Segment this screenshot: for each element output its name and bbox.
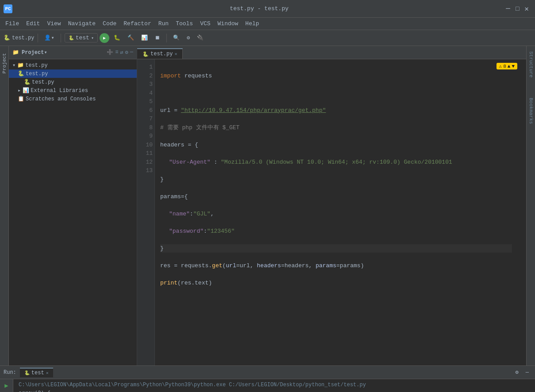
toolbar-account-btn[interactable]: 👤▾	[42, 33, 57, 42]
tree-ext-expand-icon: ▸	[18, 87, 21, 94]
tree-testpy-icon: 🐍	[18, 70, 24, 77]
menu-refactor[interactable]: Refactor	[120, 19, 154, 28]
tree-scratches-label: Scratches and Consoles	[26, 96, 96, 102]
run-tab-test[interactable]: 🐍 test ✕	[20, 368, 53, 377]
project-sync-icon[interactable]: ⇄	[120, 49, 123, 56]
menu-navigate[interactable]: Navigate	[65, 19, 99, 28]
menu-tools[interactable]: Tools	[172, 19, 196, 28]
editor-tabs: 🐍 test.py ✕	[137, 46, 526, 59]
code-line-13: print(res.text)	[160, 279, 512, 288]
editor-panel: 🐍 test.py ✕ ⚠ 8 ▲ ▼ 1 2 3 4 5 6 7	[137, 46, 526, 365]
tree-item-scratches[interactable]: 📋 Scratches and Consoles	[9, 95, 137, 103]
tree-testpy-nested-label: test.py	[32, 79, 54, 85]
project-folder-icon: 📁	[12, 49, 19, 56]
run-content: ▶ ↑ ↓ ≡↕ ≣ 🖨 🗑 C:\Users\LEGION\AppData\L…	[0, 379, 535, 392]
bookmarks-tab-vertical[interactable]: Bookmarks	[527, 96, 535, 126]
stop-button[interactable]: ⏹	[152, 33, 163, 42]
run-config[interactable]: 🐍 test ▾	[65, 33, 98, 42]
menu-run[interactable]: Run	[155, 19, 172, 28]
run-output[interactable]: C:\Users\LEGION\AppData\Local\Programs\P…	[13, 379, 535, 392]
menu-edit[interactable]: Edit	[23, 19, 43, 28]
menu-file[interactable]: File	[2, 19, 23, 28]
settings-button[interactable]: ⚙	[184, 33, 192, 42]
tree-root-label: test.py	[25, 62, 47, 69]
project-add-icon[interactable]: ➕	[107, 49, 113, 56]
search-button[interactable]: 🔍	[170, 33, 182, 42]
toolbar-sep-1	[38, 34, 38, 42]
tree-item-testpy[interactable]: 🐍 test.py	[9, 69, 137, 78]
line-num-5: 5	[139, 97, 153, 106]
toolbar: 🐍 test.py 👤▾ 🐍 test ▾ ▶ 🐛 🔨 📊 ⏹ 🔍 ⚙ 🔌	[0, 30, 535, 46]
project-tab-vertical[interactable]: Project	[1, 50, 8, 77]
plugins-button[interactable]: 🔌	[194, 33, 206, 42]
run-play-icon[interactable]: ▶	[4, 381, 9, 390]
structure-tab-vertical[interactable]: Structure	[527, 50, 535, 79]
line-num-6: 6	[139, 106, 153, 115]
code-line-12: res = requests.get(url=url, headers=head…	[160, 261, 512, 270]
line-num-13: 13	[139, 166, 153, 175]
app-icon-label: PC	[5, 6, 11, 12]
run-config-chevron: ▾	[91, 35, 94, 41]
tree-item-testpy-nested[interactable]: 🐍 test.py	[9, 78, 137, 86]
run-button[interactable]: ▶	[100, 33, 109, 43]
line-num-9: 9	[139, 132, 153, 141]
run-tab-icon: 🐍	[24, 370, 30, 376]
coverage-button[interactable]: 📊	[139, 33, 150, 42]
warning-count: 8	[503, 64, 506, 69]
line-num-7: 7	[139, 115, 153, 123]
debug-button[interactable]: 🐛	[111, 33, 123, 42]
project-close-icon[interactable]: ─	[130, 49, 133, 56]
code-line-6: "User-Agent" : "Mozilla/5.0 (Windows NT …	[160, 158, 512, 167]
project-list-icon[interactable]: ≡	[115, 49, 118, 56]
window-minimize[interactable]: ─	[506, 5, 510, 13]
line-num-4: 4	[139, 89, 153, 98]
tree-expand-icon: ▾	[12, 62, 15, 69]
title-bar: PC test.py - test.py ─ □ ✕	[0, 0, 535, 18]
toolbar-filename: test.py	[12, 35, 34, 41]
run-panel-settings-icon[interactable]: ⚙	[513, 368, 521, 377]
window-maximize[interactable]: □	[516, 5, 519, 12]
code-line-10: "password":"123456"	[160, 227, 512, 236]
warning-down-arrow[interactable]: ▼	[512, 64, 515, 69]
menu-vcs[interactable]: VCS	[196, 19, 214, 28]
line-num-8: 8	[139, 123, 153, 132]
run-sidebar: ▶ ↑ ↓ ≡↕ ≣ 🖨 🗑	[0, 379, 13, 392]
run-panel-close-icon[interactable]: ─	[523, 368, 531, 377]
line-num-11: 11	[139, 149, 153, 158]
tree-item-ext-libs[interactable]: ▸ 📊 External Libraries	[9, 86, 137, 95]
build-button[interactable]: 🔨	[125, 33, 137, 42]
run-config-icon: 🐍	[69, 35, 74, 41]
app-icon: PC	[4, 4, 12, 13]
warning-up-arrow[interactable]: ▲	[508, 64, 511, 69]
code-line-9: "name":"GJL",	[160, 210, 512, 219]
toolbar-sep-2	[61, 34, 61, 42]
run-config-label: test	[76, 35, 89, 41]
menu-view[interactable]: View	[43, 19, 64, 28]
code-line-4: # 需要 php 文件中有 $_GET	[160, 123, 512, 132]
menu-window[interactable]: Window	[214, 19, 242, 28]
editor-tab-testpy[interactable]: 🐍 test.py ✕	[137, 48, 183, 59]
project-header-icons: ➕ ≡ ⇄ ⚙ ─	[107, 49, 133, 56]
tab-close-icon[interactable]: ✕	[174, 51, 177, 57]
project-tree: ▾ 📁 test.py 🐍 test.py 🐍 test.py ▸ 📊 Exte…	[9, 59, 137, 365]
run-tab-label: test	[31, 370, 44, 376]
code-line-5: headers = {	[160, 141, 512, 150]
code-line-1: import requests	[160, 72, 512, 81]
code-line-8: params={	[160, 192, 512, 201]
menu-help[interactable]: Help	[242, 19, 262, 28]
line-num-2: 2	[139, 72, 153, 81]
tree-testpy-nested-icon: 🐍	[24, 79, 31, 85]
code-content[interactable]: import requests url = "http://10.9.47.15…	[155, 59, 517, 365]
menu-code[interactable]: Code	[99, 19, 120, 28]
line-numbers: 1 2 3 4 5 6 7 8 9 10 11 12 13	[137, 59, 155, 365]
warning-badge: ⚠ 8 ▲ ▼	[497, 63, 517, 69]
project-settings-icon[interactable]: ⚙	[125, 49, 128, 56]
tab-icon: 🐍	[142, 51, 149, 57]
run-label: Run:	[4, 369, 16, 376]
toolbar-sep-3	[166, 34, 167, 42]
toolbar-file-icon: 🐍	[4, 35, 10, 41]
menu-bar: File Edit View Navigate Code Refactor Ru…	[0, 18, 535, 30]
tree-item-root[interactable]: ▾ 📁 test.py	[9, 61, 137, 69]
run-tab-close-icon[interactable]: ✕	[46, 370, 49, 376]
window-close[interactable]: ✕	[524, 4, 529, 13]
